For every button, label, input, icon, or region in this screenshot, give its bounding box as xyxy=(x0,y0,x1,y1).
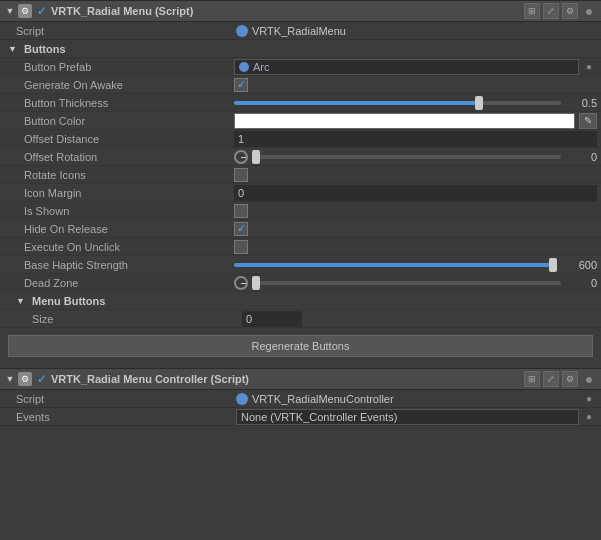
button-thickness-thumb[interactable] xyxy=(475,96,483,110)
button-thickness-track[interactable] xyxy=(234,101,561,105)
offset-rotation-track[interactable] xyxy=(252,155,561,159)
script-value[interactable]: VRTK_RadialMenu xyxy=(236,25,597,37)
base-haptic-fill xyxy=(234,263,557,267)
button-thickness-slider[interactable]: 0.5 xyxy=(234,97,597,109)
component-icon-controller: ⚙ xyxy=(18,372,32,386)
hide-on-release-checkbox[interactable]: ✓ xyxy=(234,222,248,236)
base-haptic-strength-row: Base Haptic Strength 600 xyxy=(0,256,601,274)
hide-on-release-check-icon: ✓ xyxy=(237,222,246,235)
component-icon-radial-menu: ⚙ xyxy=(18,4,32,18)
icon-margin-input[interactable] xyxy=(234,185,597,201)
is-shown-value[interactable] xyxy=(234,204,597,218)
is-shown-checkbox[interactable] xyxy=(234,204,248,218)
events-value-text: None (VRTK_Controller Events) xyxy=(241,411,397,423)
offset-rotation-value: 0 xyxy=(234,150,597,164)
menu-buttons-label: Menu Buttons xyxy=(32,295,105,307)
offset-distance-input[interactable] xyxy=(234,131,597,147)
icon-margin-value xyxy=(234,185,597,201)
script-ref-text: VRTK_RadialMenu xyxy=(252,25,346,37)
offset-rotation-slider-container[interactable]: 0 xyxy=(234,150,597,164)
rotate-icons-value[interactable] xyxy=(234,168,597,182)
script-ref-icon xyxy=(236,25,248,37)
controller-script-value[interactable]: VRTK_RadialMenuController xyxy=(236,393,581,405)
generate-on-awake-row: Generate On Awake ✓ xyxy=(0,76,601,94)
events-field[interactable]: None (VRTK_Controller Events) xyxy=(236,409,579,425)
base-haptic-strength-slider[interactable]: 600 xyxy=(234,259,597,271)
controller-gear-icon[interactable]: ⚙ xyxy=(562,371,578,387)
execute-on-unclick-row: Execute On Unclick xyxy=(0,238,601,256)
buttons-section-header[interactable]: ▼ Buttons xyxy=(0,40,601,58)
offset-rotation-number: 0 xyxy=(565,151,597,163)
base-haptic-strength-value: 600 xyxy=(234,259,597,271)
component-enabled-check-controller[interactable]: ✓ xyxy=(35,372,49,386)
offset-rotation-circle xyxy=(234,150,248,164)
controller-script-label: Script xyxy=(16,393,236,405)
events-select-dot[interactable]: ● xyxy=(581,409,597,425)
controller-script-select-dot[interactable]: ● xyxy=(581,391,597,407)
color-picker-button[interactable]: ✎ xyxy=(579,113,597,129)
base-haptic-thumb[interactable] xyxy=(549,258,557,272)
dead-zone-slider-container[interactable]: 0 xyxy=(234,276,597,290)
button-thickness-label: Button Thickness xyxy=(24,97,234,109)
execute-on-unclick-checkbox[interactable] xyxy=(234,240,248,254)
menu-buttons-section-header[interactable]: ▼ Menu Buttons xyxy=(0,292,601,310)
hide-on-release-row: Hide On Release ✓ xyxy=(0,220,601,238)
component-enabled-check[interactable]: ✓ xyxy=(35,4,49,18)
button-prefab-field[interactable]: Arc xyxy=(234,59,579,75)
controller-script-row: Script VRTK_RadialMenuController ● xyxy=(0,390,601,408)
hide-on-release-label: Hide On Release xyxy=(24,223,234,235)
rotate-icons-checkbox[interactable] xyxy=(234,168,248,182)
component-header-radial-menu-controller[interactable]: ▼ ⚙ ✓ VRTK_Radial Menu Controller (Scrip… xyxy=(0,368,601,390)
dead-zone-thumb[interactable] xyxy=(252,276,260,290)
is-shown-label: Is Shown xyxy=(24,205,234,217)
component-header-icons: ⊞ ⤢ ⚙ ● xyxy=(524,3,597,19)
dead-zone-circle xyxy=(234,276,248,290)
controller-menu-dot-icon[interactable]: ● xyxy=(581,371,597,387)
grid-icon[interactable]: ⊞ xyxy=(524,3,540,19)
prefab-select-dot[interactable]: ● xyxy=(581,59,597,75)
script-label: Script xyxy=(16,25,236,37)
dead-zone-rotation-line xyxy=(241,283,246,284)
foldout-arrow-radial-menu[interactable]: ▼ xyxy=(4,5,16,17)
dead-zone-value: 0 xyxy=(234,276,597,290)
events-row: Events None (VRTK_Controller Events) ● xyxy=(0,408,601,426)
menu-buttons-foldout-arrow[interactable]: ▼ xyxy=(16,296,28,306)
controller-header-icons: ⊞ ⤢ ⚙ ● xyxy=(524,371,597,387)
regen-btn-container: Regenerate Buttons xyxy=(0,328,601,364)
base-haptic-track[interactable] xyxy=(234,263,557,267)
execute-on-unclick-value[interactable] xyxy=(234,240,597,254)
base-haptic-strength-label: Base Haptic Strength xyxy=(24,259,234,271)
component-header-radial-menu[interactable]: ▼ ⚙ ✓ VRTK_Radial Menu (Script) ⊞ ⤢ ⚙ ● xyxy=(0,0,601,22)
menu-buttons-size-label: Size xyxy=(32,313,242,325)
button-thickness-fill xyxy=(234,101,479,105)
dead-zone-track[interactable] xyxy=(252,281,561,285)
generate-on-awake-checkbox[interactable]: ✓ xyxy=(234,78,248,92)
offset-distance-value xyxy=(234,131,597,147)
regenerate-buttons-button[interactable]: Regenerate Buttons xyxy=(8,335,593,357)
component-title-controller: VRTK_Radial Menu Controller (Script) xyxy=(51,373,524,385)
buttons-foldout-arrow[interactable]: ▼ xyxy=(8,44,20,54)
menu-buttons-size-row: Size xyxy=(0,310,601,328)
menu-buttons-size-input[interactable] xyxy=(242,311,302,327)
button-color-swatch[interactable] xyxy=(234,113,575,129)
button-color-field[interactable]: ✎ xyxy=(234,113,597,129)
controller-expand-icon[interactable]: ⤢ xyxy=(543,371,559,387)
component-title-radial-menu: VRTK_Radial Menu (Script) xyxy=(51,5,524,17)
button-color-label: Button Color xyxy=(24,115,234,127)
button-thickness-row: Button Thickness 0.5 xyxy=(0,94,601,112)
menu-dot-icon[interactable]: ● xyxy=(581,3,597,19)
generate-on-awake-value[interactable]: ✓ xyxy=(234,78,597,92)
hide-on-release-value[interactable]: ✓ xyxy=(234,222,597,236)
controller-grid-icon[interactable]: ⊞ xyxy=(524,371,540,387)
offset-distance-label: Offset Distance xyxy=(24,133,234,145)
icon-margin-label: Icon Margin xyxy=(24,187,234,199)
foldout-arrow-controller[interactable]: ▼ xyxy=(4,373,16,385)
dead-zone-row: Dead Zone 0 xyxy=(0,274,601,292)
offset-rotation-thumb[interactable] xyxy=(252,150,260,164)
expand-icon[interactable]: ⤢ xyxy=(543,3,559,19)
button-prefab-value[interactable]: Arc ● xyxy=(234,59,597,75)
menu-buttons-size-value xyxy=(242,311,597,327)
gear-icon[interactable]: ⚙ xyxy=(562,3,578,19)
generate-on-awake-label: Generate On Awake xyxy=(24,79,234,91)
controller-script-ref-text: VRTK_RadialMenuController xyxy=(252,393,394,405)
